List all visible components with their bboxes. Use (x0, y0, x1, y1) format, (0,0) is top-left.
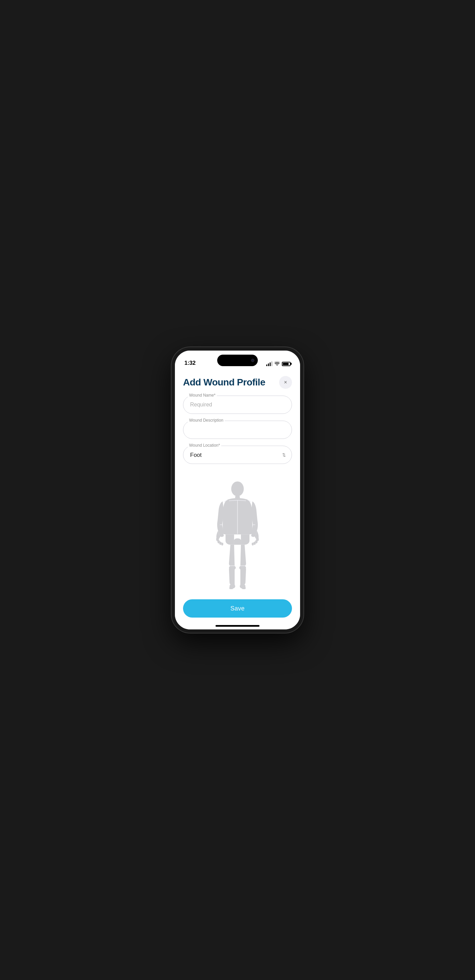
home-indicator (216, 625, 259, 627)
screen-content: 1:32 (175, 351, 300, 629)
form-section: Wound Name* Wound Description Wound Loca… (175, 392, 300, 474)
dynamic-island (217, 355, 258, 366)
wound-location-select[interactable]: Head Neck Chest Back Abdomen Arm Hand Le… (183, 445, 292, 464)
wound-location-select-wrapper: Head Neck Chest Back Abdomen Arm Hand Le… (183, 445, 292, 464)
wound-description-input[interactable] (183, 421, 292, 439)
wound-name-input[interactable] (183, 396, 292, 414)
wound-location-label: Wound Location* (188, 443, 221, 448)
status-time: 1:32 (184, 360, 195, 366)
wound-description-label: Wound Description (188, 418, 225, 423)
body-figure-container (175, 474, 300, 599)
save-button[interactable]: Save (183, 599, 292, 617)
wifi-icon (274, 361, 280, 366)
wound-location-field-wrapper: Wound Location* Head Neck Chest Back Abd… (183, 445, 292, 464)
phone-frame: 1:32 (172, 347, 303, 633)
status-icons (266, 361, 291, 366)
battery-fill (283, 363, 289, 365)
header: Add Wound Profile × (175, 369, 300, 392)
wound-description-field-wrapper: Wound Description (183, 421, 292, 439)
save-button-container: Save (175, 599, 300, 624)
close-icon: × (284, 380, 287, 385)
body-figure-svg (207, 481, 268, 589)
close-button[interactable]: × (279, 376, 292, 389)
page-title: Add Wound Profile (183, 377, 265, 388)
camera-dot (251, 359, 254, 362)
signal-bars-icon (266, 361, 272, 366)
battery-icon (282, 362, 291, 366)
wound-name-field-wrapper: Wound Name* (183, 396, 292, 414)
wound-name-label: Wound Name* (188, 393, 217, 398)
svg-point-0 (231, 482, 244, 496)
content-area: Add Wound Profile × Wound Name* Wound De… (175, 351, 300, 629)
